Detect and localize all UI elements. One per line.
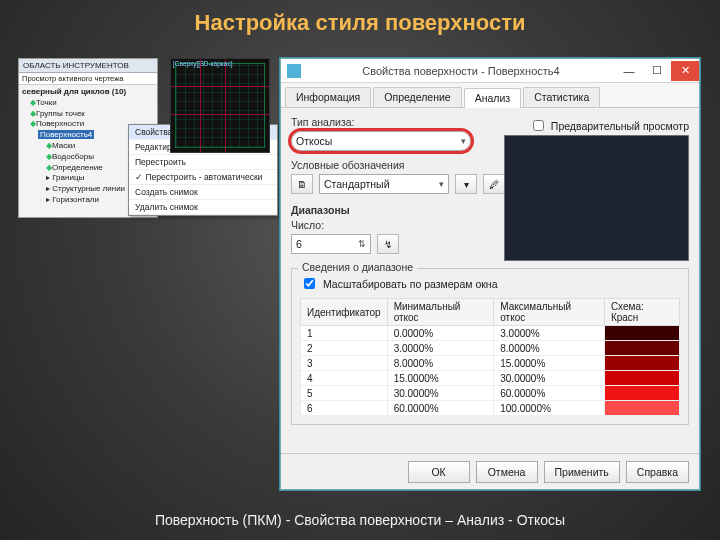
- context-menu-item[interactable]: Удалить снимок: [129, 200, 277, 215]
- analysis-type-select[interactable]: Откосы ▾: [291, 131, 471, 151]
- scale-to-fit-label: Масштабировать по размерам окна: [323, 278, 498, 290]
- chevron-down-icon: ▾: [439, 179, 444, 189]
- table-row[interactable]: 660.0000%100.0000%: [301, 401, 680, 416]
- tab-statistics[interactable]: Статистика: [523, 87, 600, 107]
- preview-label: Предварительный просмотр: [551, 120, 689, 132]
- table-row[interactable]: 23.0000%8.0000%: [301, 341, 680, 356]
- cell-max: 3.0000%: [494, 326, 605, 341]
- cell-max: 60.0000%: [494, 386, 605, 401]
- toolspace-header: ОБЛАСТЬ ИНСТРУМЕНТОВ: [19, 59, 157, 73]
- preview-checkbox[interactable]: [533, 120, 544, 131]
- drawing-viewport: [Сверху][3D-каркас]: [170, 58, 270, 153]
- table-row[interactable]: 415.0000%30.0000%: [301, 371, 680, 386]
- cell-min: 30.0000%: [387, 386, 494, 401]
- cell-color: [604, 371, 679, 386]
- cell-color: [604, 326, 679, 341]
- cancel-button[interactable]: Отмена: [476, 461, 538, 483]
- spinner-icon: ⇅: [358, 239, 366, 249]
- range-info-group: Сведения о диапазоне Масштабировать по р…: [291, 268, 689, 425]
- preview-checkbox-row: Предварительный просмотр: [529, 117, 689, 134]
- tab-analysis[interactable]: Анализ: [464, 88, 521, 108]
- cell-id: 4: [301, 371, 388, 386]
- cell-id: 2: [301, 341, 388, 356]
- toolspace-subtitle: Просмотр активного чертежа: [19, 73, 157, 85]
- context-menu-item[interactable]: ✓ Перестроить - автоматически: [129, 170, 277, 185]
- dialog-body: Тип анализа: Откосы ▾ Условные обозначен…: [281, 108, 699, 431]
- slide-title: Настройка стиля поверхности: [0, 0, 720, 42]
- close-button[interactable]: ✕: [671, 61, 699, 81]
- cell-id: 3: [301, 356, 388, 371]
- cell-max: 15.0000%: [494, 356, 605, 371]
- legend-edit-button[interactable]: ▾: [455, 174, 477, 194]
- legend-style-icon-button[interactable]: 🗎: [291, 174, 313, 194]
- context-menu-item[interactable]: Перестроить: [129, 155, 277, 170]
- minimize-button[interactable]: —: [615, 61, 643, 81]
- cell-color: [604, 386, 679, 401]
- legend-pick-button[interactable]: 🖉: [483, 174, 505, 194]
- cell-max: 30.0000%: [494, 371, 605, 386]
- cell-color: [604, 341, 679, 356]
- legend-select[interactable]: Стандартный ▾: [319, 174, 449, 194]
- cell-id: 5: [301, 386, 388, 401]
- context-menu-item[interactable]: Создать снимок: [129, 185, 277, 200]
- tab-definition[interactable]: Определение: [373, 87, 461, 107]
- col-min[interactable]: Минимальный откос: [387, 299, 494, 326]
- ok-button[interactable]: ОК: [408, 461, 470, 483]
- tree-item[interactable]: ◆Группы точек: [22, 109, 154, 120]
- surface-properties-dialog: Свойства поверхности - Поверхность4 — ☐ …: [280, 58, 700, 490]
- table-row[interactable]: 38.0000%15.0000%: [301, 356, 680, 371]
- preview-viewport: [504, 135, 689, 261]
- cell-min: 3.0000%: [387, 341, 494, 356]
- app-icon: [287, 64, 301, 78]
- run-analysis-button[interactable]: ↯: [377, 234, 399, 254]
- apply-button[interactable]: Применить: [544, 461, 620, 483]
- maximize-button[interactable]: ☐: [643, 61, 671, 81]
- cell-min: 8.0000%: [387, 356, 494, 371]
- range-count-input[interactable]: 6 ⇅: [291, 234, 371, 254]
- tree-root[interactable]: северный для циклов (10): [22, 87, 154, 98]
- scale-to-fit-checkbox[interactable]: [304, 278, 315, 289]
- cell-max: 100.0000%: [494, 401, 605, 416]
- table-row[interactable]: 10.0000%3.0000%: [301, 326, 680, 341]
- cell-min: 15.0000%: [387, 371, 494, 386]
- cell-color: [604, 401, 679, 416]
- tree-item[interactable]: ◆Точки: [22, 98, 154, 109]
- help-button[interactable]: Справка: [626, 461, 689, 483]
- range-info-title: Сведения о диапазоне: [298, 261, 417, 273]
- cell-id: 6: [301, 401, 388, 416]
- cell-color: [604, 356, 679, 371]
- viewport-label: [Сверху][3D-каркас]: [173, 60, 233, 67]
- dialog-title: Свойства поверхности - Поверхность4: [307, 65, 615, 77]
- cell-max: 8.0000%: [494, 341, 605, 356]
- cell-min: 0.0000%: [387, 326, 494, 341]
- tab-information[interactable]: Информация: [285, 87, 371, 107]
- col-max[interactable]: Максимальный откос: [494, 299, 605, 326]
- cell-id: 1: [301, 326, 388, 341]
- col-scheme[interactable]: Схема: Красн: [604, 299, 679, 326]
- dialog-footer: ОК Отмена Применить Справка: [281, 453, 699, 489]
- cell-min: 60.0000%: [387, 401, 494, 416]
- ranges-table: Идентификатор Минимальный откос Максимал…: [300, 298, 680, 416]
- dialog-tabs: Информация Определение Анализ Статистика: [281, 83, 699, 108]
- chevron-down-icon: ▾: [461, 136, 466, 146]
- col-id[interactable]: Идентификатор: [301, 299, 388, 326]
- table-row[interactable]: 530.0000%60.0000%: [301, 386, 680, 401]
- dialog-titlebar: Свойства поверхности - Поверхность4 — ☐ …: [281, 59, 699, 83]
- slide-caption: Поверхность (ПКМ) - Свойства поверхности…: [0, 512, 720, 528]
